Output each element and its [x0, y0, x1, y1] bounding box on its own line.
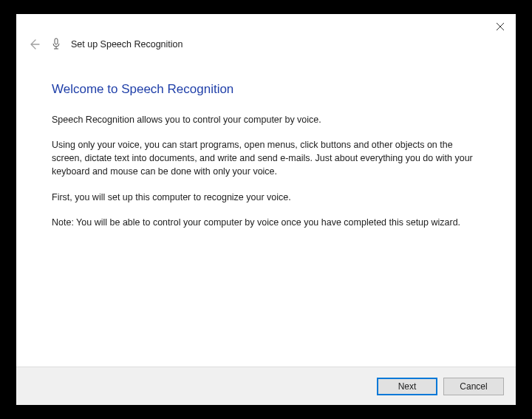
content-area: Welcome to Speech Recognition Speech Rec…: [16, 60, 516, 367]
back-button[interactable]: [27, 37, 41, 52]
svg-rect-2: [55, 38, 58, 44]
intro-paragraph-3: First, you will set up this computer to …: [52, 191, 480, 204]
intro-paragraph-1: Speech Recognition allows you to control…: [52, 113, 480, 126]
wizard-window: Set up Speech Recognition Welcome to Spe…: [16, 14, 516, 405]
close-button[interactable]: [492, 18, 508, 35]
wizard-title: Set up Speech Recognition: [71, 39, 183, 50]
close-icon: [496, 22, 505, 31]
intro-paragraph-2: Using only your voice, you can start pro…: [52, 138, 480, 178]
back-arrow-icon: [28, 38, 40, 50]
page-heading: Welcome to Speech Recognition: [52, 82, 480, 97]
cancel-button[interactable]: Cancel: [443, 378, 504, 395]
header-row: Set up Speech Recognition: [16, 39, 516, 60]
microphone-icon: [50, 37, 62, 52]
titlebar: [16, 14, 516, 39]
intro-paragraph-4: Note: You will be able to control your c…: [52, 216, 480, 229]
next-button[interactable]: Next: [377, 378, 437, 395]
footer-bar: Next Cancel: [16, 367, 516, 405]
